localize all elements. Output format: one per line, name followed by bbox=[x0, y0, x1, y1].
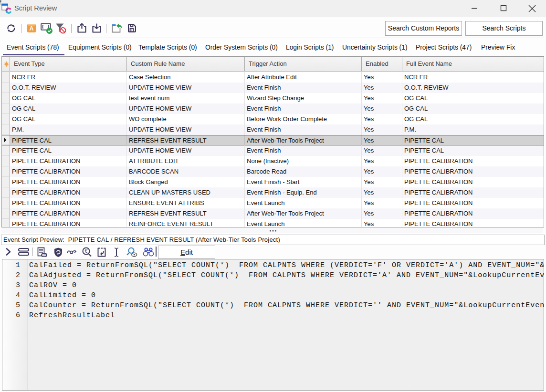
svg-text:€: € bbox=[85, 248, 88, 254]
svg-text:A: A bbox=[29, 25, 33, 32]
svg-text:123: 123 bbox=[42, 254, 46, 257]
